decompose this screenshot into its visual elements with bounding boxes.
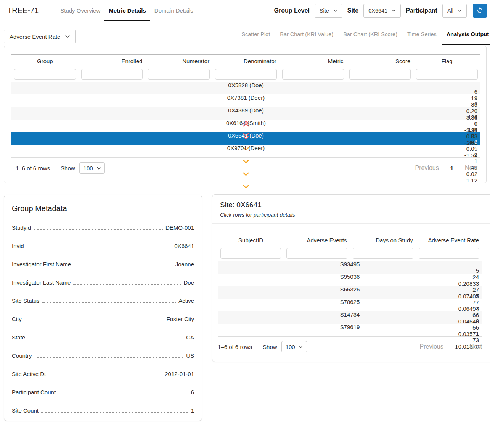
meta-label: Site Count — [12, 407, 39, 414]
dotted-leader — [58, 394, 188, 394]
site-participants-card: Site: 0X6641 Click rows for participant … — [212, 194, 490, 362]
site-select[interactable]: 0X6641 — [363, 4, 401, 18]
table-row[interactable]: 0X7381 (Deer) 3 0 123 0 -2.38 — [11, 94, 480, 107]
group-filter-input[interactable] — [14, 69, 76, 80]
numerator-filter-input[interactable] — [148, 69, 210, 80]
enrolled-cell: 4 — [11, 114, 480, 120]
table-row-selected[interactable]: 0X6641 (Doe) 6 18 323 0.06 -1.17 — [11, 132, 480, 145]
site-label: Site — [347, 7, 358, 14]
group-cell: 0X7381 (Deer) — [11, 94, 480, 101]
column-header-enrolled[interactable]: Enrolled — [79, 58, 146, 64]
flag-down-icon — [11, 184, 480, 190]
refresh-icon — [476, 7, 484, 14]
nav-tab-domain-details[interactable]: Domain Details — [150, 0, 198, 21]
meta-value: 0X6641 — [174, 243, 194, 249]
table-row[interactable]: 0X6161 (Smith) 9 21 390 0.05 -1.39 — [11, 120, 480, 132]
meta-row-studyid: Studyid DEMO-001 — [12, 218, 194, 237]
pager: Previous 1 Next — [420, 343, 482, 350]
column-header-adverse-events[interactable]: Adverse Events — [284, 237, 350, 243]
meta-row-site-count: Site Count 1 — [12, 401, 194, 419]
score-filter-input[interactable] — [349, 69, 411, 80]
adverse-events-cell: 3 — [218, 305, 482, 312]
participant-row[interactable]: S95036 2 27 0.07407 — [218, 274, 482, 286]
meta-row-country: Country US — [12, 346, 194, 365]
meta-label: Investigator Last Name — [12, 279, 71, 286]
meta-value: Active — [178, 298, 194, 304]
app-header: TREE-71 Study Overview Metric Details Do… — [0, 0, 490, 21]
page-size-select[interactable]: 100 — [281, 341, 307, 352]
table-row[interactable]: 0X9701 (Deer) 2 1 49 0.02 -1.12 — [11, 145, 480, 157]
page-size-select[interactable]: 100 — [79, 162, 105, 174]
enrolled-filter-input[interactable] — [81, 69, 143, 80]
adverse-events-cell: 5 — [218, 267, 482, 274]
participant-select[interactable]: All — [442, 4, 467, 18]
tab-bar-chart-kri-value[interactable]: Bar Chart (KRI Value) — [275, 21, 338, 45]
participant-table-body: S93495 5 24 0.20833 S95036 2 27 0.07407 … — [218, 261, 482, 337]
table-row[interactable]: 0X4389 (Doe) 4 6 174 0.03 -1.61 — [11, 107, 480, 120]
page-size-value: 100 — [286, 344, 295, 350]
denominator-filter-input[interactable] — [215, 69, 277, 80]
meta-label: Studyid — [12, 224, 31, 231]
row-range-text: 1–6 of 6 rows — [218, 344, 252, 350]
group-level-select[interactable]: Site — [315, 4, 342, 18]
meta-label: City — [12, 316, 22, 322]
column-header-denominator[interactable]: Denominator — [212, 58, 280, 64]
meta-label: Invid — [12, 243, 24, 249]
adverse-event-rate-filter-input[interactable] — [419, 248, 479, 259]
nav-tab-metric-details[interactable]: Metric Details — [104, 0, 150, 21]
tab-scatter-plot[interactable]: Scatter Plot — [236, 21, 275, 45]
dotted-leader — [27, 248, 172, 248]
analysis-table-header: Group Enrolled Numerator Denominator Met… — [11, 54, 480, 67]
app-brand: TREE-71 — [7, 0, 39, 21]
view-tabs: Scatter Plot Bar Chart (KRI Value) Bar C… — [236, 21, 490, 45]
column-header-group[interactable]: Group — [11, 58, 79, 64]
nav-tab-study-overview[interactable]: Study Overview — [56, 0, 104, 21]
table-row[interactable]: 0X5828 (Doe) 6 19 89 0.21 3.36 — [11, 82, 480, 94]
days-on-study-filter-input[interactable] — [353, 248, 413, 259]
refresh-button[interactable] — [473, 4, 487, 18]
previous-button[interactable]: Previous — [420, 343, 443, 350]
column-header-adverse-event-rate[interactable]: Adverse Event Rate — [416, 237, 482, 243]
page-number[interactable]: 1 — [450, 165, 453, 171]
tab-bar-chart-kri-score[interactable]: Bar Chart (KRI Score) — [338, 21, 402, 45]
tab-time-series[interactable]: Time Series — [402, 21, 442, 45]
analysis-table-body: 0X5828 (Doe) 6 19 89 0.21 3.36 0X7381 (D… — [11, 82, 480, 158]
participant-value: All — [447, 8, 453, 14]
participant-row[interactable]: S79619 1 73 0.01370 — [218, 324, 482, 336]
column-header-score[interactable]: Score — [347, 58, 414, 64]
column-header-flag[interactable]: Flag — [413, 58, 480, 64]
participant-row[interactable]: S78625 3 66 0.04545 — [218, 299, 482, 311]
meta-row-state: State CA — [12, 328, 194, 346]
flag-filter-input[interactable] — [416, 69, 478, 80]
column-header-days-on-study[interactable]: Days on Study — [350, 237, 416, 243]
next-button[interactable]: Next — [465, 165, 477, 171]
subjectid-cell: S93495 — [218, 261, 482, 267]
metric-dropdown-value: Adverse Event Rate — [10, 34, 60, 40]
chevron-down-icon — [333, 9, 337, 12]
meta-label: State — [12, 334, 25, 341]
show-label: Show — [263, 344, 277, 350]
column-header-metric[interactable]: Metric — [280, 58, 347, 64]
meta-value: Joanne — [175, 261, 194, 267]
participant-row[interactable]: S14734 2 56 0.03571 — [218, 311, 482, 324]
chevron-down-icon — [458, 9, 462, 12]
meta-value: Doe — [183, 279, 194, 286]
metric-dropdown[interactable]: Adverse Event Rate — [4, 30, 76, 43]
previous-button[interactable]: Previous — [415, 165, 439, 171]
column-header-subjectid[interactable]: SubjectID — [218, 237, 284, 243]
participant-row[interactable]: S93495 5 24 0.20833 — [218, 261, 482, 274]
meta-row-investigator-last-name: Investigator Last Name Doe — [12, 273, 194, 291]
chevron-down-icon — [97, 167, 101, 170]
column-header-numerator[interactable]: Numerator — [145, 58, 212, 64]
page-number[interactable]: 1 — [455, 344, 458, 350]
tab-analysis-output[interactable]: Analysis Output — [442, 21, 490, 45]
adverse-events-filter-input[interactable] — [286, 248, 347, 259]
next-button[interactable]: Next — [469, 343, 482, 350]
participant-row[interactable]: S66326 5 77 0.06494 — [218, 286, 482, 299]
site-card-header: Site: 0X6641 Click rows for participant … — [212, 201, 490, 224]
enrolled-cell: 3 — [11, 101, 480, 107]
metric-filter-input[interactable] — [282, 69, 344, 80]
group-level-value: Site — [320, 8, 329, 14]
subjectid-filter-input[interactable] — [220, 248, 281, 259]
pager: Previous 1 Next — [415, 165, 478, 171]
